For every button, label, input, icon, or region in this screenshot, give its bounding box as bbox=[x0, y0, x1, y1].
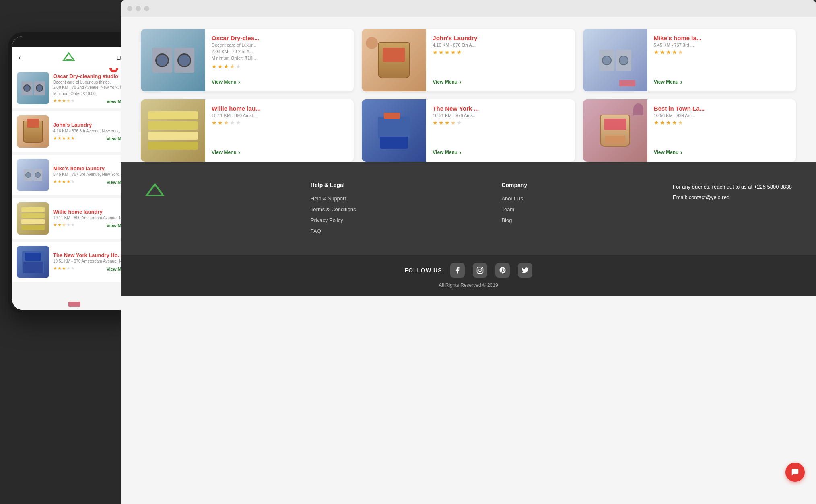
card-body-newyork: The New York ... 10.51 KM - 976 Ams... ★… bbox=[426, 99, 575, 162]
card-oscar[interactable]: Oscar Dry-clea... Decent care of Luxur..… bbox=[141, 29, 354, 91]
card-stars-oscar: ★★★ ★★ bbox=[212, 63, 347, 70]
phone-card-body-oscar: Oscar Dry-cleaning studio Decent care of… bbox=[53, 72, 132, 104]
phone-card-meta-mikes: 5.45 KM - 767 3rd Avenue, New York, ... bbox=[53, 172, 132, 177]
footer-link-help-support[interactable]: Help & Support bbox=[311, 195, 356, 202]
card-johns[interactable]: John's Laundry 4.16 KM - 876 6th A... ★★… bbox=[362, 29, 575, 91]
card-body-johns: John's Laundry 4.16 KM - 876 6th A... ★★… bbox=[426, 29, 575, 91]
card-meta-newyork: 10.51 KM - 976 Ams... bbox=[433, 113, 568, 118]
card-image-oscar bbox=[141, 29, 205, 91]
footer-contact-phone: For any queries, reach out to us at +225… bbox=[673, 182, 792, 192]
footer-link-team[interactable]: Team bbox=[501, 206, 527, 212]
instagram-icon[interactable] bbox=[473, 263, 487, 278]
footer-link-terms[interactable]: Terms & Conditions bbox=[311, 206, 356, 212]
card-title-mikes: Mike's home la... bbox=[654, 35, 789, 41]
phone-card-willie[interactable]: Willie home laundry 10.11 KM - 890 Amste… bbox=[12, 198, 137, 239]
footer-logo-icon bbox=[145, 182, 165, 197]
footer-main: Help & Legal Help & Support Terms & Cond… bbox=[145, 182, 792, 239]
view-menu-link-bestin[interactable]: View Menu bbox=[654, 149, 789, 156]
card-mikes[interactable]: Mike's home la... 5.45 KM - 767 3rd ... … bbox=[583, 29, 796, 91]
follow-us-label: FOLLOW US bbox=[405, 267, 442, 274]
phone-card-image-newyork bbox=[17, 246, 49, 278]
card-stars-bestin: ★★★ ★★ bbox=[654, 119, 789, 126]
phone-card-body-newyork: The New York Laundry Ho... 10.51 KM - 97… bbox=[53, 252, 132, 272]
footer: Help & Legal Help & Support Terms & Cond… bbox=[121, 162, 816, 296]
phone-card-mikes[interactable]: Mike's home laundry 5.45 KM - 767 3rd Av… bbox=[12, 155, 137, 195]
view-menu-link-willie[interactable]: View Menu bbox=[212, 149, 347, 156]
phone-card-title-willie: Willie home laundry bbox=[53, 209, 132, 215]
card-image-willie bbox=[141, 99, 205, 162]
view-menu-link-newyork[interactable]: View Menu bbox=[433, 149, 568, 156]
svg-rect-3 bbox=[477, 267, 483, 274]
footer-link-privacy[interactable]: Privacy Policy bbox=[311, 217, 356, 223]
main-area: Oscar Dry-clea... Decent care of Luxur..… bbox=[121, 17, 816, 162]
browser-titlebar bbox=[121, 0, 816, 17]
browser-content: Oscar Dry-clea... Decent care of Luxur..… bbox=[121, 17, 816, 504]
view-menu-link-johns[interactable]: View Menu bbox=[433, 78, 568, 86]
footer-bottom: FOLLOW US All Rights Reserved © 2019 bbox=[121, 255, 816, 296]
cards-grid: Oscar Dry-clea... Decent care of Luxur..… bbox=[141, 29, 796, 162]
view-menu-link-oscar[interactable]: View Menu bbox=[212, 78, 347, 86]
footer-logo bbox=[145, 182, 165, 197]
card-title-willie: Willie home lau... bbox=[212, 105, 347, 112]
phone-back-button[interactable]: ‹ bbox=[19, 54, 21, 61]
svg-point-4 bbox=[479, 269, 481, 272]
chat-icon bbox=[791, 468, 800, 477]
card-willie[interactable]: Willie home lau... 10.11 KM - 890 Amst..… bbox=[141, 99, 354, 162]
card-bestin[interactable]: Best in Town La... 10.56 KM - 999 Am... … bbox=[583, 99, 796, 162]
chat-button[interactable] bbox=[785, 463, 805, 482]
phone-card-image-oscar bbox=[17, 72, 49, 104]
card-title-bestin: Best in Town La... bbox=[654, 105, 789, 112]
facebook-icon[interactable] bbox=[450, 263, 465, 278]
svg-rect-1 bbox=[112, 68, 116, 70]
footer-link-faq[interactable]: FAQ bbox=[311, 228, 356, 234]
footer-help-heading: Help & Legal bbox=[311, 182, 356, 188]
card-image-johns bbox=[362, 29, 426, 91]
phone-body[interactable]: Oscar Dry-cleaning studio Decent care of… bbox=[12, 68, 137, 314]
phone-card-title-johns: John's Laundry bbox=[53, 122, 132, 128]
card-newyork[interactable]: The New York ... 10.51 KM - 976 Ams... ★… bbox=[362, 99, 575, 162]
footer-col-company: Company About Us Team Blog bbox=[501, 182, 527, 228]
footer-contact-email: Email: contact@yelo.red bbox=[673, 192, 792, 203]
card-title-johns: John's Laundry bbox=[433, 35, 568, 41]
card-title-oscar: Oscar Dry-clea... bbox=[212, 35, 347, 41]
phone-card-title-newyork: The New York Laundry Ho... bbox=[53, 252, 132, 258]
card-image-newyork bbox=[362, 99, 426, 162]
footer-company-heading: Company bbox=[501, 182, 527, 188]
browser-dot-yellow bbox=[136, 6, 141, 11]
footer-link-blog[interactable]: Blog bbox=[501, 217, 527, 223]
pinterest-icon[interactable] bbox=[495, 263, 510, 278]
card-meta-johns: 4.16 KM - 876 6th A... bbox=[433, 43, 568, 47]
phone-card-image-mikes bbox=[17, 159, 49, 191]
view-menu-link-mikes[interactable]: View Menu bbox=[654, 78, 789, 86]
svg-point-5 bbox=[481, 268, 482, 269]
phone-header: ‹ Login bbox=[12, 47, 137, 68]
browser-dot-red bbox=[127, 6, 132, 11]
phone-card-oscar[interactable]: Oscar Dry-cleaning studio Decent care of… bbox=[12, 68, 137, 108]
phone-card-title-oscar: Oscar Dry-cleaning studio bbox=[53, 73, 118, 79]
browser-window: Oscar Dry-clea... Decent care of Luxur..… bbox=[121, 0, 816, 504]
phone-card-newyork[interactable]: The New York Laundry Ho... 10.51 KM - 97… bbox=[12, 242, 137, 282]
card-meta-bestin: 10.56 KM - 999 Am... bbox=[654, 113, 789, 118]
phone-notch bbox=[12, 36, 137, 47]
card-stars-newyork: ★★★ ★★ bbox=[433, 119, 568, 126]
phone-card-stars-johns: ★★★ ★★ bbox=[53, 136, 75, 141]
phone-card-stars-newyork: ★★★ ★★ bbox=[53, 266, 75, 271]
phone-card-title-mikes: Mike's home laundry bbox=[53, 165, 132, 171]
card-stars-willie: ★★ ★ ★★ bbox=[212, 119, 347, 126]
card-body-bestin: Best in Town La... 10.56 KM - 999 Am... … bbox=[647, 99, 796, 162]
phone-card-body-mikes: Mike's home laundry 5.45 KM - 767 3rd Av… bbox=[53, 165, 132, 185]
card-meta-willie: 10.11 KM - 890 Amst... bbox=[212, 113, 347, 118]
phone-card-johns[interactable]: John's Laundry 4.16 KM - 876 6th Avenue,… bbox=[12, 111, 137, 152]
card-body-mikes: Mike's home la... 5.45 KM - 767 3rd ... … bbox=[647, 29, 796, 91]
phone-card-stars-willie: ★★ ★ ★★ bbox=[53, 222, 75, 228]
card-image-mikes bbox=[583, 29, 647, 91]
footer-link-about[interactable]: About Us bbox=[501, 195, 527, 202]
phone-card-stars-mikes: ★★★ ★★ bbox=[53, 179, 75, 184]
twitter-icon[interactable] bbox=[518, 263, 532, 278]
card-meta-mikes: 5.45 KM - 767 3rd ... bbox=[654, 43, 789, 47]
phone-card-meta-oscar: 2.08 KM - 78 2nd Avenue, New York, N... bbox=[53, 85, 132, 90]
phone-card-image-johns bbox=[17, 115, 49, 148]
browser-dot-green bbox=[144, 6, 149, 11]
phone-card-subtitle-oscar: Decent care of Luxurious things. bbox=[53, 80, 132, 84]
phone-card-body-johns: John's Laundry 4.16 KM - 876 6th Avenue,… bbox=[53, 122, 132, 141]
